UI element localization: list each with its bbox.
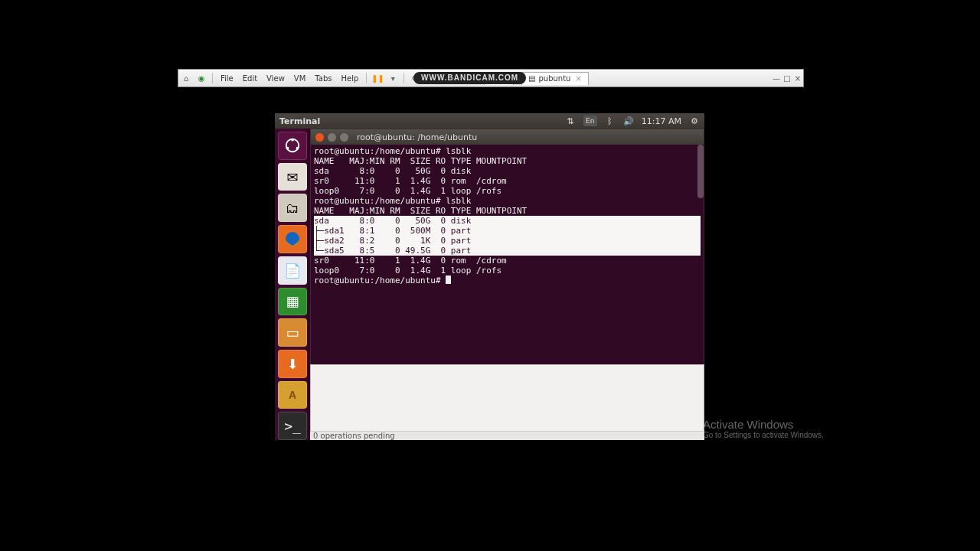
close-icon[interactable]: × xyxy=(501,74,507,83)
menu-file[interactable]: File xyxy=(216,74,238,83)
menu-view[interactable]: View xyxy=(262,74,289,83)
vm-tab[interactable]: ▤ pubuntu × xyxy=(521,72,589,85)
window-close[interactable]: × xyxy=(792,74,803,83)
watermark-line2: Go to Settings to activate Windows. xyxy=(703,431,824,439)
terminal-line: loop0 7:0 0 1.4G 1 loop /rofs xyxy=(314,186,701,196)
terminal-line: NAME MAJ:MIN RM SIZE RO TYPE MOUNTPOINT xyxy=(314,206,701,216)
keyboard-layout[interactable]: En xyxy=(583,116,597,126)
impress-icon[interactable]: ▭ xyxy=(278,318,307,347)
separator xyxy=(212,73,213,83)
dash-icon[interactable] xyxy=(278,132,307,160)
maximize-icon[interactable] xyxy=(340,133,348,142)
snapshot-icon[interactable]: ⟳ xyxy=(410,73,420,83)
gear-icon[interactable]: ⚙ xyxy=(689,116,700,126)
close-icon[interactable] xyxy=(315,133,324,142)
watermark-line1: Activate Windows xyxy=(703,418,824,431)
firefox-logo-icon xyxy=(283,230,302,248)
terminal-line-selected: ├─sda1 8:1 0 500M 0 part xyxy=(314,226,701,236)
terminal-line: sda 8:0 0 50G 0 disk xyxy=(314,166,701,176)
volume-icon[interactable]: 🔊 xyxy=(623,116,634,126)
files-icon[interactable]: 🗂 xyxy=(278,194,307,222)
network-icon[interactable]: ⇅ xyxy=(565,116,576,126)
home-tab-icon: ⌂ xyxy=(491,74,495,83)
terminal-line: sr0 11:0 1 1.4G 0 rom /cdrom xyxy=(314,176,701,186)
svg-point-3 xyxy=(296,147,299,150)
gnome-menubar: Terminal ⇅ En ᛒ 🔊 11:17 AM ⚙ xyxy=(275,113,704,129)
writer-icon[interactable]: 📄 xyxy=(278,256,307,285)
svg-point-1 xyxy=(291,139,294,142)
firefox-icon[interactable] xyxy=(278,225,307,253)
screenshot-icon[interactable]: ▣ xyxy=(440,73,451,83)
ubuntu-desktop: Terminal ⇅ En ᛒ 🔊 11:17 AM ⚙ ✉ 🗂 📄 ▦ ▭ ⬇… xyxy=(275,113,704,440)
terminal-prompt: root@ubuntu:/home/ubuntu# xyxy=(314,276,446,285)
vm-tab-home[interactable]: ⌂ × xyxy=(484,72,514,85)
separator xyxy=(366,73,367,83)
system-tray: ⇅ En ᛒ 🔊 11:17 AM ⚙ xyxy=(565,116,700,126)
terminal-line: NAME MAJ:MIN RM SIZE RO TYPE MOUNTPOINT xyxy=(314,156,701,166)
scrollbar[interactable] xyxy=(697,145,704,198)
window-minimize[interactable]: — xyxy=(771,74,782,83)
terminal-prompt-line: root@ubuntu:/home/ubuntu# xyxy=(314,276,701,285)
power-icon[interactable]: ◉ xyxy=(196,73,207,83)
menu-help[interactable]: Help xyxy=(336,74,363,83)
terminal-icon[interactable]: >_ xyxy=(278,412,307,440)
menu-tabs[interactable]: Tabs xyxy=(310,74,336,83)
terminal-window: root@ubuntu: /home/ubuntu root@ubuntu:/h… xyxy=(310,129,704,366)
ubuntu-logo-icon xyxy=(284,137,301,154)
terminal-line-selected: sda 8:0 0 50G 0 disk xyxy=(314,216,701,226)
terminal-line: root@ubuntu:/home/ubuntu# lsblk xyxy=(314,196,701,206)
home-icon[interactable]: ⌂ xyxy=(181,73,191,83)
terminal-titlebar[interactable]: root@ubuntu: /home/ubuntu xyxy=(311,129,704,145)
dropdown-icon[interactable]: ▾ xyxy=(387,73,398,83)
clock-icon[interactable]: ◷ xyxy=(425,73,436,83)
amazon-icon[interactable]: A xyxy=(278,381,307,409)
status-bar: 0 operations pending xyxy=(310,431,704,440)
terminal-line-selected: └─sda5 8:5 0 49.5G 0 part xyxy=(314,246,701,256)
terminal-line: loop0 7:0 0 1.4G 1 loop /rofs xyxy=(314,266,701,276)
terminal-body[interactable]: root@ubuntu:/home/ubuntu# lsblk NAME MAJ… xyxy=(311,145,704,365)
terminal-line: sr0 11:0 1 1.4G 0 rom /cdrom xyxy=(314,256,701,266)
terminal-line: root@ubuntu:/home/ubuntu# lsblk xyxy=(314,146,701,156)
vmware-toolbar: ⌂ ◉ File Edit View VM Tabs Help ❚❚ ▾ ⟳ ◷… xyxy=(178,69,804,87)
separator xyxy=(403,73,404,83)
calc-icon[interactable]: ▦ xyxy=(278,288,307,316)
cursor xyxy=(446,276,451,284)
software-center-icon[interactable]: ⬇ xyxy=(278,350,307,378)
close-icon[interactable]: × xyxy=(575,74,581,83)
terminal-line-selected: ├─sda2 8:2 0 1K 0 part xyxy=(314,236,701,246)
vm-tab-label: pubuntu xyxy=(538,74,570,83)
unity-icon[interactable]: ◫ xyxy=(471,73,482,83)
minimize-icon[interactable] xyxy=(328,133,336,142)
menu-vm[interactable]: VM xyxy=(289,74,310,83)
bluetooth-icon[interactable]: ᛒ xyxy=(605,116,616,126)
thunderbird-icon[interactable]: ✉ xyxy=(278,163,307,191)
clock[interactable]: 11:17 AM xyxy=(642,116,681,126)
focused-app-title: Terminal xyxy=(279,116,320,126)
tab-icon: ▤ xyxy=(528,74,535,83)
pause-icon[interactable]: ❚❚ xyxy=(372,73,383,83)
windows-activation-watermark: Activate Windows Go to Settings to activ… xyxy=(703,418,824,439)
gparted-window[interactable] xyxy=(310,364,704,432)
terminal-title-text: root@ubuntu: /home/ubuntu xyxy=(357,132,477,142)
menu-edit[interactable]: Edit xyxy=(238,74,262,83)
fullscreen-icon[interactable]: ⛶ xyxy=(456,73,466,83)
window-maximize[interactable]: □ xyxy=(782,74,792,83)
svg-point-2 xyxy=(286,147,289,150)
unity-launcher: ✉ 🗂 📄 ▦ ▭ ⬇ A >_ xyxy=(275,129,310,440)
